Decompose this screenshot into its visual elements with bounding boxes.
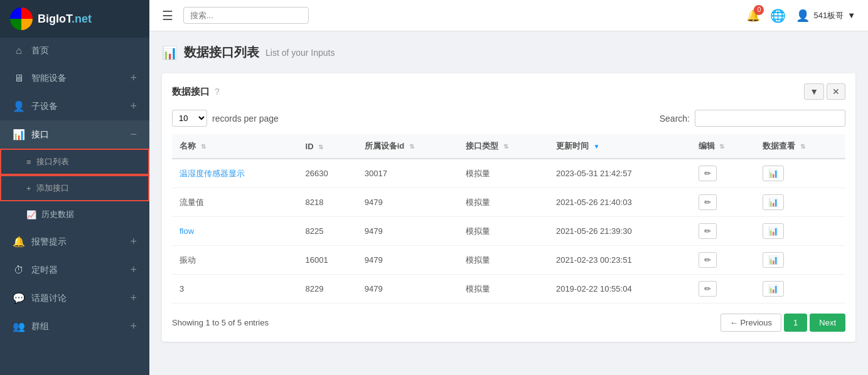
cell-id: 16001	[298, 246, 357, 275]
hamburger-button[interactable]: ☰	[162, 8, 173, 23]
table-row: 振动 16001 9479 模拟量 2021-02-23 00:23:51 ✏ …	[172, 246, 845, 275]
sidebar-item-discussion[interactable]: 💬 话题讨论 +	[0, 284, 149, 312]
sidebar-item-history-data[interactable]: 📈 历史数据	[0, 201, 149, 228]
expand-icon: +	[130, 292, 137, 305]
col-name: 名称 ⇅	[172, 134, 298, 159]
expand-icon: +	[130, 235, 137, 248]
data-card: 数据接口 ? ▼ ✕ 10 25 50 100 records	[162, 73, 855, 342]
sidebar-item-interface[interactable]: 📊 接口 −	[0, 120, 149, 149]
sidebar-sub-item-label: 接口列表	[36, 156, 69, 167]
cell-name[interactable]: 温湿度传感器显示	[172, 159, 298, 188]
sidebar-item-alarm[interactable]: 🔔 报警提示 +	[0, 228, 149, 256]
col-interface-type: 接口类型 ⇅	[458, 134, 549, 159]
expand-icon: +	[130, 100, 137, 113]
globe-icon[interactable]: 🌐	[770, 8, 786, 23]
cell-data-view: 📊	[755, 159, 845, 188]
sidebar-item-label: 接口	[31, 129, 124, 140]
data-view-button[interactable]: 📊	[763, 166, 784, 181]
per-page-label: records per page	[212, 114, 279, 124]
sidebar-logo: BigIoT.net	[0, 0, 149, 38]
app-name: BigIoT.net	[38, 13, 92, 26]
cell-edit: ✏	[691, 159, 756, 188]
data-view-button[interactable]: 📊	[763, 281, 784, 297]
page-subtitle: List of your Inputs	[265, 48, 335, 58]
data-view-button[interactable]: 📊	[763, 223, 784, 239]
cell-edit: ✏	[691, 217, 756, 246]
sidebar-item-smart-device[interactable]: 🖥 智能设备 +	[0, 64, 149, 92]
col-edit: 编辑 ⇅	[691, 134, 756, 159]
table-row: 温湿度传感器显示 26630 30017 模拟量 2023-05-31 21:4…	[172, 159, 845, 188]
collapse-card-button[interactable]: ▼	[804, 83, 824, 100]
prev-button[interactable]: ← Previous	[721, 314, 781, 332]
sidebar-item-interface-list[interactable]: ≡ 接口列表	[0, 149, 149, 175]
page-1-button[interactable]: 1	[784, 314, 807, 332]
sidebar-item-sub-device[interactable]: 👤 子设备 +	[0, 92, 149, 120]
sort-icon: ⇅	[409, 143, 414, 150]
cell-interface-type: 模拟量	[458, 159, 549, 188]
user-name: 541板哥	[813, 10, 844, 21]
notification-button[interactable]: 🔔 0	[746, 9, 760, 23]
card-title: 数据接口	[172, 86, 210, 98]
dropdown-icon: ▼	[847, 11, 855, 20]
cell-id: 26630	[298, 159, 357, 188]
page-content: 📊 数据接口列表 List of your Inputs 数据接口 ? ▼ ✕	[149, 31, 868, 375]
sidebar-item-group[interactable]: 👥 群组 +	[0, 312, 149, 341]
edit-button[interactable]: ✏	[699, 281, 717, 297]
cell-edit: ✏	[691, 246, 756, 275]
cell-device-id: 9479	[357, 188, 459, 217]
cell-interface-type: 模拟量	[458, 275, 549, 304]
page-title-icon: 📊	[162, 45, 178, 60]
sidebar-item-label: 首页	[31, 45, 137, 56]
cell-name[interactable]: flow	[172, 217, 298, 246]
sidebar-item-timer[interactable]: ⏱ 定时器 +	[0, 256, 149, 284]
plus-icon: +	[26, 184, 31, 193]
col-data-view: 数据查看 ⇅	[755, 134, 845, 159]
cell-data-view: 📊	[755, 246, 845, 275]
table-search-input[interactable]	[695, 110, 845, 127]
sort-icon-active: ▼	[594, 143, 600, 150]
help-icon[interactable]: ?	[215, 87, 220, 97]
search-input[interactable]	[183, 7, 309, 24]
expand-icon: +	[130, 320, 137, 333]
expand-icon: +	[130, 71, 137, 85]
table-row: 3 8229 9479 模拟量 2019-02-22 10:55:04 ✏ 📊	[172, 275, 845, 304]
sidebar-item-label: 群组	[31, 321, 124, 332]
next-button[interactable]: Next	[810, 314, 845, 332]
table-footer: Showing 1 to 5 of 5 entries ← Previous 1…	[172, 314, 845, 332]
edit-button[interactable]: ✏	[699, 252, 717, 268]
data-view-button[interactable]: 📊	[763, 252, 784, 268]
showing-text: Showing 1 to 5 of 5 entries	[172, 318, 269, 327]
cell-update-time: 2021-02-23 00:23:51	[549, 246, 691, 275]
edit-button[interactable]: ✏	[699, 194, 717, 210]
sidebar-item-home[interactable]: ⌂ 首页	[0, 38, 149, 64]
user-menu[interactable]: 👤 541板哥 ▼	[796, 9, 855, 23]
cell-id: 8229	[298, 275, 357, 304]
data-view-button[interactable]: 📊	[763, 194, 784, 210]
page-title: 数据接口列表	[184, 44, 259, 61]
per-page-select[interactable]: 10 25 50 100	[172, 110, 207, 127]
home-icon: ⌂	[13, 45, 25, 56]
main-area: ☰ 🔔 0 🌐 👤 541板哥 ▼ 📊 数据接口列表 List of your …	[149, 0, 868, 375]
page-title-area: 📊 数据接口列表 List of your Inputs	[162, 44, 855, 61]
sort-icon: ⇅	[503, 143, 508, 150]
sidebar-item-add-interface[interactable]: + 添加接口	[0, 175, 149, 201]
cell-update-time: 2019-02-22 10:55:04	[549, 275, 691, 304]
data-table: 名称 ⇅ ID ⇅ 所属设备id ⇅ 接口类型	[172, 134, 845, 304]
cell-interface-type: 模拟量	[458, 217, 549, 246]
cell-device-id: 30017	[357, 159, 459, 188]
cell-edit: ✏	[691, 188, 756, 217]
list-icon: ≡	[26, 157, 31, 167]
topbar-right: 🔔 0 🌐 👤 541板哥 ▼	[746, 8, 855, 23]
table-row: flow 8225 9479 模拟量 2021-05-26 21:39:30 ✏…	[172, 217, 845, 246]
bell-icon: 🔔	[13, 236, 25, 248]
search-area: Search:	[660, 110, 845, 127]
edit-button[interactable]: ✏	[699, 166, 717, 181]
edit-button[interactable]: ✏	[699, 223, 717, 239]
cell-device-id: 9479	[357, 246, 459, 275]
card-actions: ▼ ✕	[804, 83, 845, 100]
close-card-button[interactable]: ✕	[827, 83, 845, 100]
sort-icon: ⇅	[318, 144, 323, 151]
people-icon: 👤	[13, 100, 25, 112]
sidebar-item-label: 报警提示	[31, 236, 124, 248]
laptop-icon: 🖥	[13, 73, 25, 84]
